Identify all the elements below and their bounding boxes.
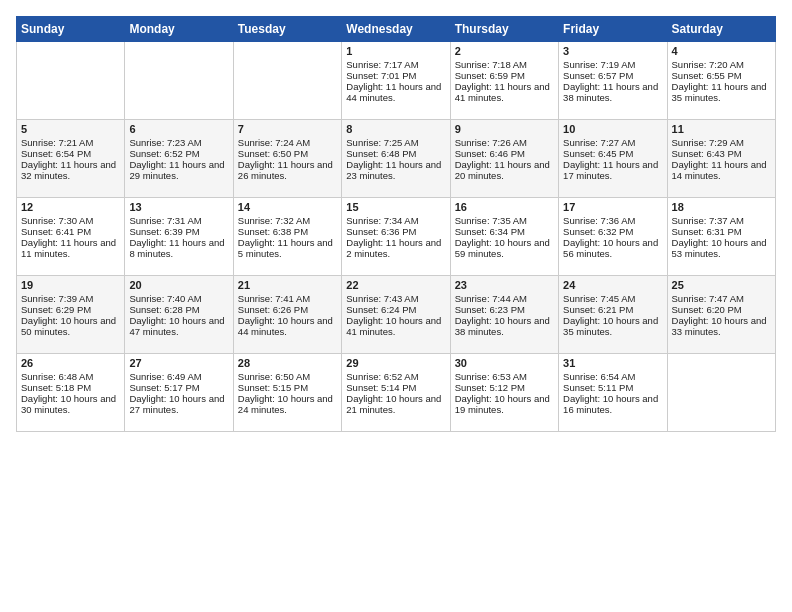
day-info: Sunrise: 6:48 AM bbox=[21, 371, 120, 382]
day-info: Sunset: 6:20 PM bbox=[672, 304, 771, 315]
day-info: Sunset: 5:18 PM bbox=[21, 382, 120, 393]
day-info: Sunrise: 6:49 AM bbox=[129, 371, 228, 382]
day-number: 20 bbox=[129, 279, 228, 291]
day-info: Daylight: 11 hours and 26 minutes. bbox=[238, 159, 337, 181]
calendar-table: SundayMondayTuesdayWednesdayThursdayFrid… bbox=[16, 16, 776, 432]
day-info: Sunrise: 7:35 AM bbox=[455, 215, 554, 226]
day-cell: 14Sunrise: 7:32 AMSunset: 6:38 PMDayligh… bbox=[233, 198, 341, 276]
day-info: Daylight: 10 hours and 30 minutes. bbox=[21, 393, 120, 415]
day-cell: 18Sunrise: 7:37 AMSunset: 6:31 PMDayligh… bbox=[667, 198, 775, 276]
day-cell: 20Sunrise: 7:40 AMSunset: 6:28 PMDayligh… bbox=[125, 276, 233, 354]
day-cell: 28Sunrise: 6:50 AMSunset: 5:15 PMDayligh… bbox=[233, 354, 341, 432]
day-info: Sunrise: 7:45 AM bbox=[563, 293, 662, 304]
day-info: Sunrise: 7:40 AM bbox=[129, 293, 228, 304]
day-number: 16 bbox=[455, 201, 554, 213]
day-info: Sunrise: 6:54 AM bbox=[563, 371, 662, 382]
day-number: 17 bbox=[563, 201, 662, 213]
day-cell: 27Sunrise: 6:49 AMSunset: 5:17 PMDayligh… bbox=[125, 354, 233, 432]
day-cell: 24Sunrise: 7:45 AMSunset: 6:21 PMDayligh… bbox=[559, 276, 667, 354]
day-info: Sunrise: 6:52 AM bbox=[346, 371, 445, 382]
day-info: Daylight: 10 hours and 41 minutes. bbox=[346, 315, 445, 337]
day-cell: 9Sunrise: 7:26 AMSunset: 6:46 PMDaylight… bbox=[450, 120, 558, 198]
week-row-3: 19Sunrise: 7:39 AMSunset: 6:29 PMDayligh… bbox=[17, 276, 776, 354]
day-info: Sunrise: 6:50 AM bbox=[238, 371, 337, 382]
weekday-sunday: Sunday bbox=[17, 17, 125, 42]
day-cell bbox=[17, 42, 125, 120]
day-info: Daylight: 11 hours and 41 minutes. bbox=[455, 81, 554, 103]
day-info: Sunset: 5:17 PM bbox=[129, 382, 228, 393]
day-info: Sunrise: 7:29 AM bbox=[672, 137, 771, 148]
day-info: Sunset: 6:48 PM bbox=[346, 148, 445, 159]
day-info: Sunset: 6:32 PM bbox=[563, 226, 662, 237]
day-info: Sunset: 6:57 PM bbox=[563, 70, 662, 81]
day-number: 1 bbox=[346, 45, 445, 57]
day-number: 30 bbox=[455, 357, 554, 369]
day-info: Sunrise: 7:21 AM bbox=[21, 137, 120, 148]
day-info: Daylight: 11 hours and 20 minutes. bbox=[455, 159, 554, 181]
day-info: Sunset: 6:26 PM bbox=[238, 304, 337, 315]
day-cell: 15Sunrise: 7:34 AMSunset: 6:36 PMDayligh… bbox=[342, 198, 450, 276]
day-number: 7 bbox=[238, 123, 337, 135]
day-info: Daylight: 11 hours and 11 minutes. bbox=[21, 237, 120, 259]
day-number: 9 bbox=[455, 123, 554, 135]
day-info: Sunrise: 7:37 AM bbox=[672, 215, 771, 226]
day-number: 4 bbox=[672, 45, 771, 57]
day-info: Daylight: 10 hours and 50 minutes. bbox=[21, 315, 120, 337]
day-cell bbox=[125, 42, 233, 120]
weekday-saturday: Saturday bbox=[667, 17, 775, 42]
day-cell bbox=[233, 42, 341, 120]
day-cell: 19Sunrise: 7:39 AMSunset: 6:29 PMDayligh… bbox=[17, 276, 125, 354]
day-info: Sunset: 6:36 PM bbox=[346, 226, 445, 237]
day-number: 29 bbox=[346, 357, 445, 369]
day-info: Daylight: 11 hours and 8 minutes. bbox=[129, 237, 228, 259]
day-info: Sunrise: 7:47 AM bbox=[672, 293, 771, 304]
day-info: Daylight: 10 hours and 38 minutes. bbox=[455, 315, 554, 337]
day-number: 3 bbox=[563, 45, 662, 57]
day-number: 25 bbox=[672, 279, 771, 291]
day-info: Sunset: 6:54 PM bbox=[21, 148, 120, 159]
day-number: 13 bbox=[129, 201, 228, 213]
day-number: 31 bbox=[563, 357, 662, 369]
day-number: 6 bbox=[129, 123, 228, 135]
day-info: Sunset: 6:45 PM bbox=[563, 148, 662, 159]
day-cell: 8Sunrise: 7:25 AMSunset: 6:48 PMDaylight… bbox=[342, 120, 450, 198]
day-number: 28 bbox=[238, 357, 337, 369]
day-info: Daylight: 11 hours and 44 minutes. bbox=[346, 81, 445, 103]
day-info: Sunset: 6:24 PM bbox=[346, 304, 445, 315]
weekday-header-row: SundayMondayTuesdayWednesdayThursdayFrid… bbox=[17, 17, 776, 42]
day-cell: 6Sunrise: 7:23 AMSunset: 6:52 PMDaylight… bbox=[125, 120, 233, 198]
day-info: Sunset: 6:29 PM bbox=[21, 304, 120, 315]
day-info: Sunset: 5:14 PM bbox=[346, 382, 445, 393]
day-info: Sunrise: 7:26 AM bbox=[455, 137, 554, 148]
day-cell: 23Sunrise: 7:44 AMSunset: 6:23 PMDayligh… bbox=[450, 276, 558, 354]
day-info: Sunrise: 7:27 AM bbox=[563, 137, 662, 148]
day-number: 15 bbox=[346, 201, 445, 213]
day-info: Sunrise: 7:31 AM bbox=[129, 215, 228, 226]
day-info: Sunrise: 7:19 AM bbox=[563, 59, 662, 70]
day-info: Daylight: 11 hours and 23 minutes. bbox=[346, 159, 445, 181]
week-row-1: 5Sunrise: 7:21 AMSunset: 6:54 PMDaylight… bbox=[17, 120, 776, 198]
day-info: Sunset: 6:55 PM bbox=[672, 70, 771, 81]
day-cell: 22Sunrise: 7:43 AMSunset: 6:24 PMDayligh… bbox=[342, 276, 450, 354]
day-info: Daylight: 11 hours and 2 minutes. bbox=[346, 237, 445, 259]
day-info: Sunrise: 7:30 AM bbox=[21, 215, 120, 226]
day-info: Sunrise: 7:34 AM bbox=[346, 215, 445, 226]
page: General Blue SundayMondayTuesdayWednesda… bbox=[0, 0, 792, 612]
day-info: Sunset: 6:46 PM bbox=[455, 148, 554, 159]
day-info: Sunset: 5:12 PM bbox=[455, 382, 554, 393]
day-info: Daylight: 10 hours and 27 minutes. bbox=[129, 393, 228, 415]
weekday-wednesday: Wednesday bbox=[342, 17, 450, 42]
day-info: Sunrise: 7:18 AM bbox=[455, 59, 554, 70]
day-cell: 26Sunrise: 6:48 AMSunset: 5:18 PMDayligh… bbox=[17, 354, 125, 432]
day-info: Daylight: 11 hours and 38 minutes. bbox=[563, 81, 662, 103]
day-info: Sunset: 6:21 PM bbox=[563, 304, 662, 315]
day-info: Sunset: 6:23 PM bbox=[455, 304, 554, 315]
day-number: 19 bbox=[21, 279, 120, 291]
day-info: Daylight: 11 hours and 14 minutes. bbox=[672, 159, 771, 181]
day-number: 23 bbox=[455, 279, 554, 291]
day-info: Sunrise: 7:44 AM bbox=[455, 293, 554, 304]
day-cell: 5Sunrise: 7:21 AMSunset: 6:54 PMDaylight… bbox=[17, 120, 125, 198]
day-info: Sunset: 6:28 PM bbox=[129, 304, 228, 315]
day-cell: 21Sunrise: 7:41 AMSunset: 6:26 PMDayligh… bbox=[233, 276, 341, 354]
day-info: Daylight: 11 hours and 32 minutes. bbox=[21, 159, 120, 181]
